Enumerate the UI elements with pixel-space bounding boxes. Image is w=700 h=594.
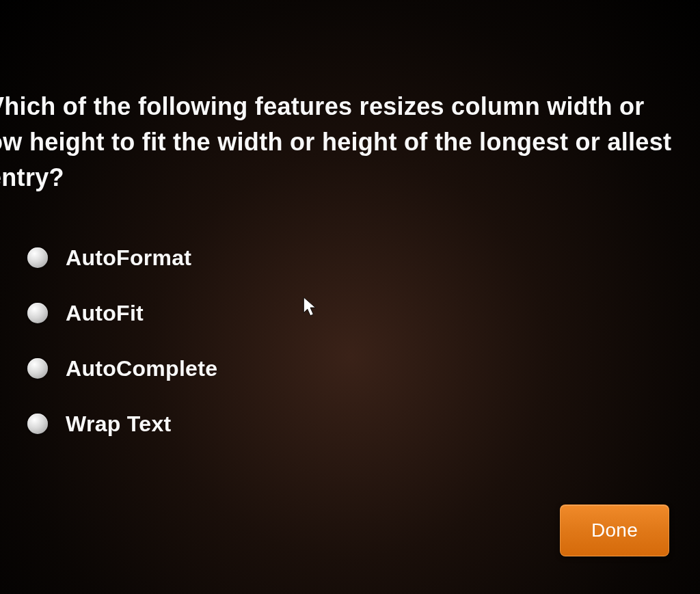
radio-icon xyxy=(27,303,48,323)
question-text: Vhich of the following features resizes … xyxy=(0,89,673,196)
option-label: Wrap Text xyxy=(66,411,171,437)
option-wraptext[interactable]: Wrap Text xyxy=(27,411,673,437)
radio-icon xyxy=(27,358,48,379)
radio-icon xyxy=(27,247,48,268)
option-label: AutoComplete xyxy=(66,356,217,381)
option-label: AutoFormat xyxy=(66,245,191,271)
options-list: AutoFormat AutoFit AutoComplete Wrap Tex… xyxy=(27,245,673,437)
option-label: AutoFit xyxy=(66,301,144,326)
done-button[interactable]: Done xyxy=(560,504,669,556)
question-container: Vhich of the following features resizes … xyxy=(0,0,700,437)
option-autoformat[interactable]: AutoFormat xyxy=(27,245,673,271)
radio-icon xyxy=(27,414,48,434)
option-autocomplete[interactable]: AutoComplete xyxy=(27,356,673,381)
option-autofit[interactable]: AutoFit xyxy=(27,301,673,326)
